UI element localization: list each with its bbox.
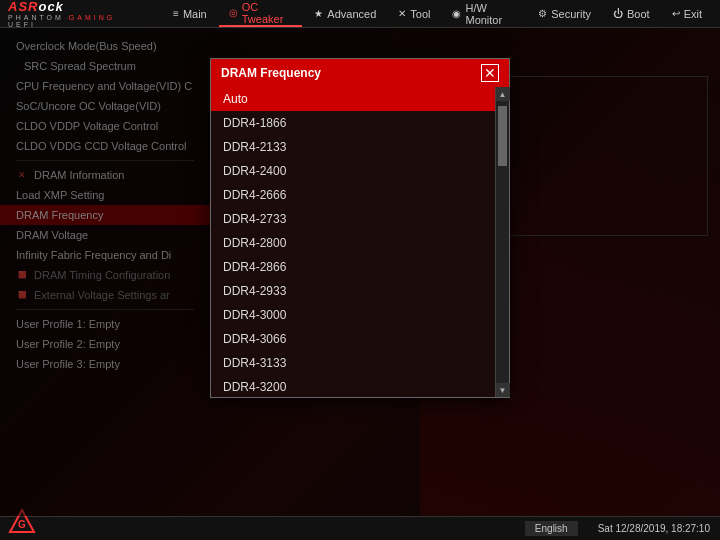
modal-option-ddr4-2400[interactable]: DDR4-2400 xyxy=(211,159,495,183)
main-icon: ≡ xyxy=(173,8,179,19)
dram-frequency-modal: DRAM Frequency ✕ AutoDDR4-1866DDR4-2133D… xyxy=(210,58,510,398)
modal-scrollbar[interactable]: ▲ ▼ xyxy=(495,87,509,397)
modal-option-ddr4-2666[interactable]: DDR4-2666 xyxy=(211,183,495,207)
scrollbar-thumb[interactable] xyxy=(498,106,507,166)
modal-header: DRAM Frequency ✕ xyxy=(211,59,509,87)
modal-option-ddr4-2800[interactable]: DDR4-2800 xyxy=(211,231,495,255)
tab-security-label: Security xyxy=(551,8,591,20)
tab-tool[interactable]: ✕ Tool xyxy=(388,0,440,27)
modal-options-list[interactable]: AutoDDR4-1866DDR4-2133DDR4-2400DDR4-2666… xyxy=(211,87,495,397)
modal-option-ddr4-3000[interactable]: DDR4-3000 xyxy=(211,303,495,327)
scroll-up-arrow[interactable]: ▲ xyxy=(496,87,510,101)
modal-option-ddr4-2933[interactable]: DDR4-2933 xyxy=(211,279,495,303)
modal-option-ddr4-2733[interactable]: DDR4-2733 xyxy=(211,207,495,231)
exit-icon: ↩ xyxy=(672,8,680,19)
tab-security[interactable]: ⚙ Security xyxy=(528,0,601,27)
tab-hw-monitor[interactable]: ◉ H/W Monitor xyxy=(442,0,526,27)
advanced-icon: ★ xyxy=(314,8,323,19)
boot-icon: ⏻ xyxy=(613,8,623,19)
modal-close-button[interactable]: ✕ xyxy=(481,64,499,82)
security-icon: ⚙ xyxy=(538,8,547,19)
modal-body: AutoDDR4-1866DDR4-2133DDR4-2400DDR4-2666… xyxy=(211,87,509,397)
brand-name: ASRock xyxy=(8,0,64,14)
svg-text:G: G xyxy=(18,519,26,530)
hw-icon: ◉ xyxy=(452,8,461,19)
tab-exit[interactable]: ↩ Exit xyxy=(662,0,712,27)
tab-advanced-label: Advanced xyxy=(327,8,376,20)
modal-option-ddr4-3133[interactable]: DDR4-3133 xyxy=(211,351,495,375)
tab-main-label: Main xyxy=(183,8,207,20)
modal-option-ddr4-2133[interactable]: DDR4-2133 xyxy=(211,135,495,159)
datetime-display: Sat 12/28/2019, 18:27:10 xyxy=(598,523,710,534)
modal-option-ddr4-3066[interactable]: DDR4-3066 xyxy=(211,327,495,351)
logo: ASRock PHANTOM GAMING UEFI xyxy=(8,0,143,28)
modal-option-ddr4-3200[interactable]: DDR4-3200 xyxy=(211,375,495,397)
main-navigation: ≡ Main ◎ OC Tweaker ★ Advanced ✕ Tool ◉ … xyxy=(163,0,712,27)
scroll-down-arrow[interactable]: ▼ xyxy=(496,383,510,397)
scrollbar-track[interactable] xyxy=(496,101,509,383)
modal-title: DRAM Frequency xyxy=(221,66,321,80)
top-navigation-bar: ASRock PHANTOM GAMING UEFI ≡ Main ◎ OC T… xyxy=(0,0,720,28)
tab-boot-label: Boot xyxy=(627,8,650,20)
bottom-bar: G English Sat 12/28/2019, 18:27:10 xyxy=(0,516,720,540)
tab-oc-label: OC Tweaker xyxy=(242,1,293,25)
tab-oc-tweaker[interactable]: ◎ OC Tweaker xyxy=(219,0,303,27)
language-selector[interactable]: English xyxy=(525,521,578,536)
modal-option-ddr4-2866[interactable]: DDR4-2866 xyxy=(211,255,495,279)
modal-option-ddr4-1866[interactable]: DDR4-1866 xyxy=(211,111,495,135)
brand-subtitle: PHANTOM GAMING UEFI xyxy=(8,14,143,28)
tab-boot[interactable]: ⏻ Boot xyxy=(603,0,660,27)
modal-option-auto[interactable]: Auto xyxy=(211,87,495,111)
modal-overlay: DRAM Frequency ✕ AutoDDR4-1866DDR4-2133D… xyxy=(0,28,720,516)
tab-tool-label: Tool xyxy=(410,8,430,20)
oc-icon: ◎ xyxy=(229,7,238,18)
tab-exit-label: Exit xyxy=(684,8,702,20)
tab-main[interactable]: ≡ Main xyxy=(163,0,217,27)
tool-icon: ✕ xyxy=(398,8,406,19)
tab-hw-label: H/W Monitor xyxy=(465,2,516,26)
tab-advanced[interactable]: ★ Advanced xyxy=(304,0,386,27)
